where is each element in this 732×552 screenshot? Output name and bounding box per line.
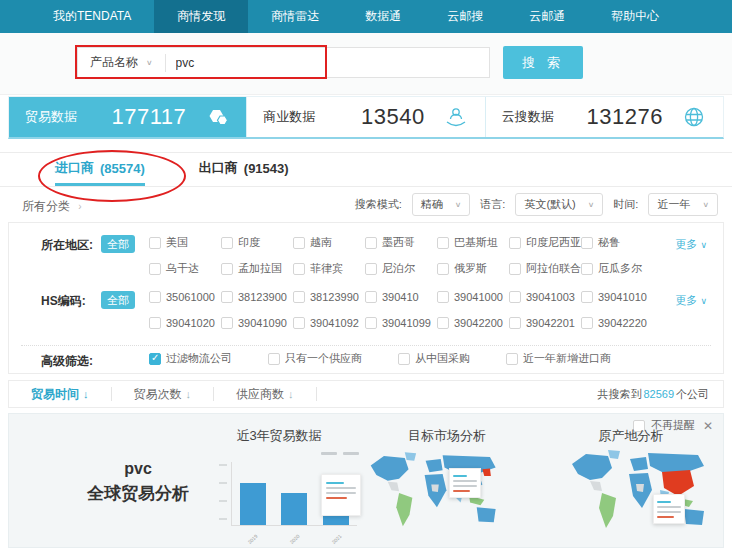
hscode-checkbox-item[interactable]: 390410 <box>365 291 437 303</box>
stat-tile-cloud-search-data[interactable]: 云搜数据 131276 <box>486 97 723 137</box>
region-checkbox-item[interactable]: 孟加拉国 <box>221 261 293 276</box>
advanced-checkbox-item[interactable]: 过滤物流公司 <box>149 351 232 366</box>
sort-label: 贸易时间 <box>31 386 79 403</box>
region-checkbox-item[interactable]: 巴基斯坦 <box>437 235 509 250</box>
checkbox-icon[interactable] <box>365 291 377 303</box>
checkbox-icon[interactable] <box>221 291 233 303</box>
checkbox-icon[interactable] <box>581 263 593 275</box>
checkbox-icon[interactable] <box>506 353 518 365</box>
language-select[interactable]: 英文(默认) ∨ <box>515 193 603 216</box>
target-market-title: 目标市场分析 <box>377 427 517 445</box>
advanced-checkbox-item[interactable]: 从中国采购 <box>398 351 470 366</box>
checkbox-icon[interactable] <box>437 263 449 275</box>
hscode-checkbox-item[interactable]: 39041000 <box>437 291 509 303</box>
hscode-checkbox-item[interactable]: 39041003 <box>509 291 581 303</box>
checkbox-icon[interactable] <box>509 291 521 303</box>
y-tick <box>219 482 227 484</box>
checkbox-icon[interactable] <box>509 263 521 275</box>
checkbox-icon[interactable] <box>509 317 521 329</box>
hscode-checkbox-item[interactable]: 39042201 <box>509 317 581 329</box>
checkbox-icon[interactable] <box>398 353 410 365</box>
advanced-checkbox-item[interactable]: 只有一个供应商 <box>268 351 362 366</box>
hscode-checkbox-item[interactable]: 39041092 <box>293 317 365 329</box>
nav-item[interactable]: 云邮搜 <box>424 0 506 33</box>
checkbox-icon[interactable] <box>221 237 233 249</box>
checkbox-icon[interactable] <box>437 317 449 329</box>
hscode-all-button[interactable]: 全部 <box>101 291 135 309</box>
checkbox-icon[interactable] <box>268 353 280 365</box>
nav-item-label: 云邮通 <box>529 8 565 25</box>
hscode-checkbox-item[interactable]: 39041020 <box>149 317 221 329</box>
hscode-checkbox-item[interactable]: 39042200 <box>437 317 509 329</box>
checkbox-label: 厄瓜多尔 <box>598 261 642 276</box>
checkbox-icon[interactable] <box>509 237 521 249</box>
checkbox-icon[interactable] <box>221 263 233 275</box>
checkbox-icon[interactable] <box>149 237 161 249</box>
advanced-checkbox-item[interactable]: 近一年新增进口商 <box>506 351 611 366</box>
checkbox-icon[interactable] <box>581 237 593 249</box>
bar-year1[interactable] <box>240 483 266 525</box>
hscode-more-link[interactable]: 更多 ∨ <box>675 293 707 308</box>
search-mode-select[interactable]: 精确 ∨ <box>412 193 471 216</box>
checkbox-icon[interactable] <box>365 237 377 249</box>
sort-by-trade-time[interactable]: 贸易时间 ↓ <box>9 381 111 407</box>
nav-item[interactable]: 我的TENDATA <box>30 0 154 33</box>
region-checkbox-item[interactable]: 厄瓜多尔 <box>581 261 653 276</box>
hscode-checkbox-item[interactable]: 35061000 <box>149 291 221 303</box>
region-more-link[interactable]: 更多 ∨ <box>675 237 707 252</box>
search-category-dropdown[interactable]: 产品名称 ∨ <box>78 48 165 77</box>
sort-by-trade-count[interactable]: 贸易次数 ↓ <box>112 381 214 407</box>
region-checkbox-item[interactable]: 越南 <box>293 235 365 250</box>
time-select[interactable]: 近一年 ∨ <box>648 193 718 216</box>
hscode-checkbox-item[interactable]: 39041090 <box>221 317 293 329</box>
hscode-checkbox-item[interactable]: 39041010 <box>581 291 653 303</box>
checkbox-icon[interactable] <box>365 317 377 329</box>
nav-item[interactable]: 帮助中心 <box>588 0 682 33</box>
nav-item[interactable]: 商情雷达 <box>248 0 342 33</box>
region-checkbox-item[interactable]: 阿拉伯联合... <box>509 261 581 276</box>
checkbox-icon[interactable] <box>437 237 449 249</box>
search-button[interactable]: 搜 索 <box>503 46 583 79</box>
checkbox-icon[interactable] <box>149 353 161 365</box>
region-checkbox-item[interactable]: 秘鲁 <box>581 235 653 250</box>
checkbox-icon[interactable] <box>293 317 305 329</box>
tab-importers[interactable]: 进口商 (85574) <box>55 153 145 186</box>
hscode-checkbox-item[interactable]: 39042220 <box>581 317 653 329</box>
region-checkbox-item[interactable]: 菲律宾 <box>293 261 365 276</box>
checkbox-icon[interactable] <box>221 317 233 329</box>
hscode-checkbox-item[interactable]: 38123900 <box>221 291 293 303</box>
region-checkbox-item[interactable]: 尼泊尔 <box>365 261 437 276</box>
checkbox-icon[interactable] <box>437 291 449 303</box>
tab-exporters[interactable]: 出口商 (91543) <box>199 153 289 186</box>
checkbox-icon[interactable] <box>365 263 377 275</box>
all-categories-link[interactable]: 所有分类 › <box>22 198 82 215</box>
time-value: 近一年 <box>657 197 690 212</box>
hscode-checkbox-item[interactable]: 38123990 <box>293 291 365 303</box>
checkbox-icon[interactable] <box>293 263 305 275</box>
checkbox-icon[interactable] <box>149 263 161 275</box>
close-icon[interactable]: ✕ <box>703 419 713 433</box>
stat-tile-trade-data[interactable]: 贸易数据 177117 <box>9 97 247 137</box>
nav-item[interactable]: 数据通 <box>342 0 424 33</box>
nav-item[interactable]: 云邮通 <box>506 0 588 33</box>
nav-item[interactable]: 商情发现 <box>154 0 248 33</box>
checkbox-icon[interactable] <box>293 237 305 249</box>
bar-year2[interactable] <box>281 493 307 525</box>
region-checkbox-item[interactable]: 墨西哥 <box>365 235 437 250</box>
checkbox-icon[interactable] <box>293 291 305 303</box>
checkbox-icon[interactable] <box>149 317 161 329</box>
region-checkbox-item[interactable]: 印度尼西亚 <box>509 235 581 250</box>
sort-by-supplier-count[interactable]: 供应商数 ↓ <box>214 381 316 407</box>
checkbox-icon[interactable] <box>149 291 161 303</box>
region-all-button[interactable]: 全部 <box>101 235 135 253</box>
region-checkbox-item[interactable]: 美国 <box>149 235 221 250</box>
search-input[interactable] <box>166 56 489 70</box>
checkbox-icon[interactable] <box>581 317 593 329</box>
checkbox-icon[interactable] <box>581 291 593 303</box>
region-checkbox-item[interactable]: 乌干达 <box>149 261 221 276</box>
region-filter-label: 所在地区: <box>41 237 93 254</box>
stat-tile-business-data[interactable]: 商业数据 13540 <box>247 97 485 137</box>
region-checkbox-item[interactable]: 印度 <box>221 235 293 250</box>
hscode-checkbox-item[interactable]: 39041099 <box>365 317 437 329</box>
region-checkbox-item[interactable]: 俄罗斯 <box>437 261 509 276</box>
